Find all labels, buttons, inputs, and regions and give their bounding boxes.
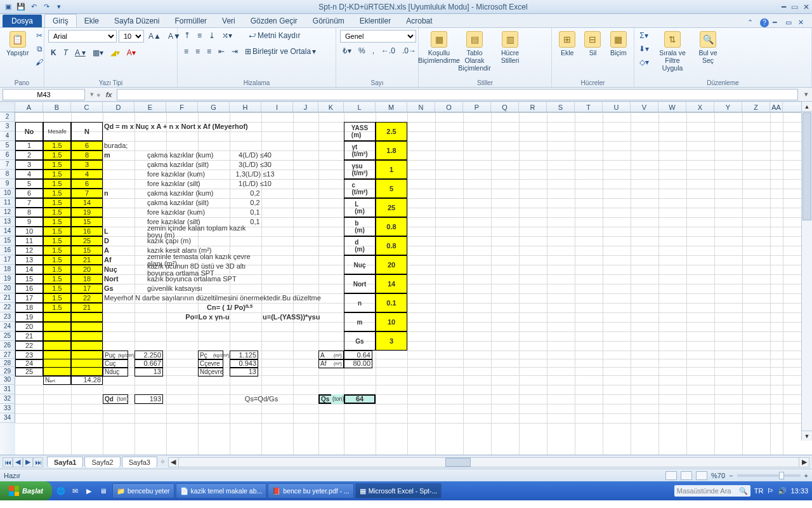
param-key[interactable]: c(t/m²) (344, 179, 376, 198)
def-sym[interactable]: Gs (103, 284, 122, 293)
tray-clock[interactable]: 13:33 (790, 487, 808, 495)
param-key[interactable]: n (344, 293, 376, 312)
burada[interactable]: burada; (103, 141, 154, 150)
hscroll-right-icon[interactable]: ▶ (799, 458, 809, 467)
def-r[interactable]: 1(L/D) ≤10 (230, 179, 280, 189)
tab-ekle[interactable]: Ekle (77, 15, 107, 27)
taskbar-item[interactable]: 📄kazik temel makale ab... (176, 483, 267, 498)
qs-eq[interactable]: Qs=Qd/Gs (230, 394, 293, 404)
win-close-icon[interactable]: ✕ (798, 18, 807, 27)
row-mesafe[interactable]: 1.5 (43, 170, 71, 179)
row-mesafe[interactable]: 1.5 (43, 189, 71, 198)
fill-icon[interactable]: ⬇▾ (638, 43, 650, 55)
def-r[interactable]: 3(L/D) ≤30 (230, 160, 280, 170)
col-header-W[interactable]: W (658, 102, 686, 112)
def-r[interactable]: 1,3(L/D) ≤13 (230, 170, 280, 179)
col-header-L[interactable]: L (344, 102, 376, 112)
hscroll-left-icon[interactable]: ◀ (169, 458, 179, 467)
param-key[interactable]: d(m) (344, 236, 376, 255)
eq-cn[interactable]: Cn= ( 1/ Po)⁰·⁵ (166, 303, 293, 312)
decrease-decimal-icon[interactable]: .0→ (400, 45, 419, 57)
name-box[interactable] (3, 89, 85, 100)
paste-button[interactable]: 📋Yapıştır (4, 30, 31, 58)
row-N[interactable]: 14 (71, 198, 103, 208)
col-header-V[interactable]: V (631, 102, 658, 112)
row-no[interactable]: 8 (15, 208, 43, 217)
row-header-22[interactable]: 22 (0, 303, 15, 312)
param-key[interactable]: γsu(t/m³) (344, 160, 376, 179)
row-mesafe[interactable] (43, 331, 71, 341)
taskbar-item[interactable]: 📕bence bu yeter.pdf - ... (268, 483, 353, 498)
col-header-B[interactable]: B (43, 102, 71, 112)
number-format-select[interactable]: Genel (340, 30, 416, 43)
pagebreak-view-icon[interactable] (696, 471, 707, 480)
ribbon-minimize-icon[interactable]: ⌃ (747, 18, 756, 27)
row-N[interactable] (71, 312, 103, 322)
row-mesafe[interactable]: 1.5 (43, 284, 71, 293)
param-key[interactable]: γt(t/m³) (344, 141, 376, 160)
row-header-12[interactable]: 12 (0, 208, 15, 217)
row-N[interactable]: 7 (71, 189, 103, 198)
sheet-nav-first-icon[interactable]: ⏮ (3, 457, 13, 467)
row-N[interactable] (71, 341, 103, 351)
row-N[interactable]: 21 (71, 303, 103, 312)
nort-value[interactable]: 14.28 (71, 375, 103, 385)
tab-eklentiler[interactable]: Eklentiler (352, 15, 398, 27)
layout-view-icon[interactable] (681, 471, 692, 480)
def-sym[interactable]: Nuç (103, 265, 122, 274)
align-middle-icon[interactable]: ≡ (195, 30, 204, 41)
row-mesafe[interactable]: 1.5 (43, 255, 71, 265)
zoom-slider[interactable] (737, 474, 801, 477)
new-sheet-icon[interactable]: ✧ (160, 458, 166, 466)
param-val[interactable]: 25 (376, 198, 407, 217)
sheet-tab-Sayfa3[interactable]: Sayfa3 (122, 457, 157, 467)
row-N[interactable]: 4 (71, 170, 103, 179)
def-sym[interactable]: Af (103, 255, 122, 265)
col-header-P[interactable]: P (463, 102, 491, 112)
cell-styles-button[interactable]: ▥Hücre Stilleri (494, 30, 527, 65)
row-header-21[interactable]: 21 (0, 293, 15, 303)
row-N[interactable]: 25 (71, 236, 103, 246)
def-r[interactable]: 0,2 (230, 198, 280, 208)
font-family-select[interactable]: Arial (48, 30, 117, 43)
col-header-R[interactable]: R (519, 102, 547, 112)
namebox-dropdown-icon[interactable]: ▾ (88, 90, 96, 98)
row-mesafe[interactable]: 1.5 (43, 265, 71, 274)
eq-u[interactable]: u=(L-(YASS))*γsu (261, 312, 357, 322)
sheet-nav-prev-icon[interactable]: ◀ (13, 457, 23, 467)
taskbar-item[interactable]: 📁bencebu yeter (112, 483, 174, 498)
row-header-18[interactable]: 18 (0, 265, 15, 274)
row-header-14[interactable]: 14 (0, 227, 15, 236)
def-txt[interactable]: kazık çapı (m) (134, 236, 261, 246)
conditional-format-button[interactable]: ▦Koşullu Biçimlendirme (422, 30, 455, 65)
row-N[interactable]: 22 (71, 293, 103, 303)
row-header-23[interactable]: 23 (0, 312, 15, 322)
param-val[interactable]: 2.5 (376, 122, 407, 141)
formula-bar[interactable] (117, 89, 798, 100)
row-header-6[interactable]: 6 (0, 150, 15, 160)
param-val[interactable]: 1.8 (376, 141, 407, 160)
insert-button[interactable]: ⊞Ekle (556, 30, 579, 58)
horizontal-scrollbar[interactable]: ◀ ▶ (168, 457, 809, 467)
row-no[interactable]: 22 (15, 341, 43, 351)
currency-icon[interactable]: ₺▾ (340, 45, 354, 57)
qd-val[interactable]: 193 (134, 394, 163, 404)
col-header-I[interactable]: I (261, 102, 293, 112)
align-center-icon[interactable]: ≡ (193, 46, 202, 57)
sheet-nav-next-icon[interactable]: ▶ (23, 457, 33, 467)
row-no[interactable]: 13 (15, 255, 43, 265)
fx-icon[interactable]: fx (103, 91, 115, 98)
percent-icon[interactable]: % (356, 45, 368, 57)
def-txt[interactable]: zemin içinde kalan toplam kazık boyu (m) (134, 227, 261, 236)
param-key[interactable]: YASS(m) (344, 122, 376, 141)
row-mesafe[interactable] (43, 322, 71, 331)
ql-ie-icon[interactable]: 🌐 (55, 485, 67, 497)
align-bottom-icon[interactable]: ⤓ (206, 30, 218, 41)
row-header-32[interactable]: 32 (0, 394, 15, 404)
bold-button[interactable]: K (48, 47, 59, 58)
row-header-11[interactable]: 11 (0, 198, 15, 208)
format-button[interactable]: ▦Biçim (607, 30, 630, 58)
row-no[interactable]: 21 (15, 331, 43, 341)
qs-val[interactable]: 64 (344, 394, 376, 404)
def-txt[interactable]: kazık boyunca ortalama SPT (134, 274, 261, 284)
